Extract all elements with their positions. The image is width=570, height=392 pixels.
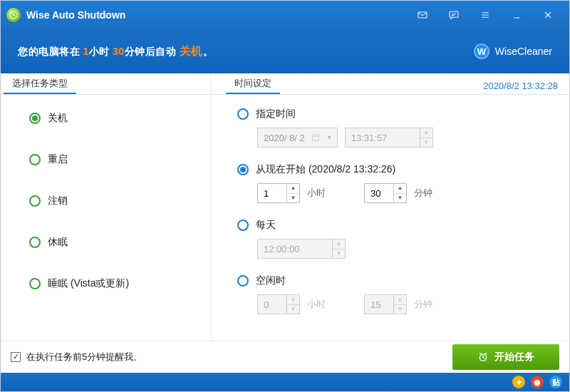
specified-time-input[interactable]: ▲▼	[345, 128, 433, 148]
svg-rect-1	[418, 12, 427, 18]
radio-icon	[237, 108, 249, 120]
spinner-up-icon[interactable]: ▲	[420, 128, 432, 138]
radio-icon	[29, 195, 41, 207]
current-time-display: 2020/8/2 13:32:28	[483, 81, 558, 94]
time-settings-panel: 指定时间 2020/ 8/ 2 ▼ ▲▼ 从	[212, 95, 569, 340]
summary-mins-unit: 分钟后自动	[125, 46, 177, 57]
daily-time-value[interactable]	[258, 239, 332, 258]
spinner-up-icon[interactable]: ▲	[287, 295, 299, 305]
svg-rect-2	[450, 11, 458, 17]
specified-time-value[interactable]	[346, 128, 420, 147]
idle-controls: ▲▼ 小时 ▲▼ 分钟	[237, 294, 552, 314]
spinner-up-icon[interactable]: ▲	[394, 184, 406, 194]
start-button-label: 开始任务	[494, 351, 534, 363]
statusbar-badge-weibo[interactable]: ◉	[531, 376, 544, 388]
timing-label: 指定时间	[256, 108, 296, 120]
radio-icon	[29, 113, 41, 124]
statusbar-badge-1[interactable]: ✦	[512, 376, 525, 388]
task-option-shutdown[interactable]: 关机	[29, 112, 200, 125]
section-headers: 选择任务类型 时间设定 2020/8/2 13:32:28	[1, 73, 569, 95]
app-title: Wise Auto Shutdown	[26, 9, 125, 21]
footer: ✓ 在执行任务前5分钟提醒我。 开始任务	[1, 340, 569, 373]
app-window: Wise Auto Shutdown 您的电脑将在 1小时 30分钟后自动 关机…	[0, 0, 570, 392]
task-label: 注销	[48, 195, 68, 207]
summary-text: 您的电脑将在 1小时 30分钟后自动 关机。	[18, 44, 213, 59]
section-title-time: 时间设定	[226, 73, 280, 94]
task-label: 重启	[48, 153, 68, 166]
daily-controls: ▲▼	[237, 239, 552, 259]
spinner-up-icon[interactable]: ▲	[287, 184, 299, 194]
svg-rect-3	[312, 135, 318, 141]
timing-group-daily: 每天 ▲▼	[237, 219, 552, 259]
brand-link[interactable]: W WiseCleaner	[474, 43, 552, 59]
timing-option-from-now[interactable]: 从现在开始 (2020/8/2 13:32:26)	[237, 163, 552, 176]
main-body: 关机 重启 注销 休眠 睡眠 (Vista或更新)	[1, 95, 569, 340]
task-label: 关机	[48, 112, 68, 125]
section-title-task: 选择任务类型	[4, 73, 76, 94]
statusbar-badge-tieba[interactable]: 贴	[549, 376, 562, 388]
task-option-logoff[interactable]: 注销	[29, 195, 200, 207]
summary-prefix: 您的电脑将在	[18, 46, 80, 57]
mins-unit-label: 分钟	[414, 187, 432, 200]
minimize-icon[interactable]	[501, 1, 532, 29]
spinner-down-icon[interactable]: ▼	[287, 305, 299, 314]
from-now-hours-input[interactable]: ▲▼	[257, 183, 300, 203]
task-label: 休眠	[48, 236, 68, 249]
spinner-down-icon[interactable]: ▼	[287, 194, 299, 203]
idle-mins-input[interactable]: ▲▼	[364, 294, 407, 314]
specified-controls: 2020/ 8/ 2 ▼ ▲▼	[237, 128, 552, 148]
timing-group-specified: 指定时间 2020/ 8/ 2 ▼ ▲▼	[237, 108, 552, 148]
spinner-up-icon[interactable]: ▲	[394, 295, 406, 305]
radio-icon	[29, 278, 41, 289]
timing-label: 从现在开始 (2020/8/2 13:32:26)	[256, 163, 395, 176]
task-label: 睡眠 (Vista或更新)	[48, 277, 129, 290]
summary-action: 关机	[180, 45, 203, 57]
radio-icon	[237, 220, 249, 231]
titlebar: Wise Auto Shutdown	[1, 1, 569, 29]
specified-date-picker[interactable]: 2020/ 8/ 2 ▼	[257, 128, 338, 148]
calendar-icon	[311, 133, 321, 143]
app-icon	[6, 8, 21, 22]
timing-label: 每天	[256, 219, 276, 232]
radio-icon	[29, 237, 41, 248]
idle-hours-value[interactable]	[258, 295, 286, 314]
status-bar: ✦ ◉ 贴	[1, 373, 569, 391]
from-now-mins-value[interactable]	[365, 184, 393, 202]
timing-option-daily[interactable]: 每天	[237, 219, 552, 232]
feedback-icon[interactable]	[438, 1, 470, 29]
radio-icon	[237, 164, 249, 175]
from-now-hours-value[interactable]	[258, 184, 286, 202]
task-option-restart[interactable]: 重启	[29, 153, 200, 166]
task-option-hibernate[interactable]: 休眠	[29, 236, 200, 249]
task-option-sleep[interactable]: 睡眠 (Vista或更新)	[29, 277, 200, 290]
brand-logo-icon: W	[474, 43, 489, 59]
summary-mins: 30	[113, 46, 125, 57]
hours-unit-label: 小时	[307, 187, 326, 200]
radio-icon	[237, 275, 249, 287]
close-icon[interactable]	[532, 1, 564, 29]
mail-icon[interactable]	[407, 1, 438, 29]
menu-icon[interactable]	[470, 1, 501, 29]
timing-label: 空闲时	[256, 274, 286, 287]
summary-suffix: 。	[203, 46, 214, 57]
reminder-checkbox[interactable]: ✓	[11, 352, 21, 362]
summary-banner: 您的电脑将在 1小时 30分钟后自动 关机。 W WiseCleaner	[1, 29, 569, 73]
spinner-down-icon[interactable]: ▼	[394, 194, 406, 203]
specified-date-value: 2020/ 8/ 2	[264, 133, 305, 143]
spinner-down-icon[interactable]: ▼	[394, 305, 406, 314]
task-type-panel: 关机 重启 注销 休眠 睡眠 (Vista或更新)	[1, 95, 212, 340]
spinner-up-icon[interactable]: ▲	[333, 239, 345, 249]
hours-unit-label: 小时	[307, 298, 326, 311]
daily-time-input[interactable]: ▲▼	[257, 239, 346, 259]
start-task-button[interactable]: 开始任务	[452, 344, 559, 370]
spinner-down-icon[interactable]: ▼	[420, 138, 432, 148]
timing-option-specified[interactable]: 指定时间	[237, 108, 552, 120]
timing-option-idle[interactable]: 空闲时	[237, 274, 552, 287]
from-now-mins-input[interactable]: ▲▼	[364, 183, 407, 203]
idle-hours-input[interactable]: ▲▼	[257, 294, 300, 314]
reminder-label: 在执行任务前5分钟提醒我。	[26, 351, 142, 363]
from-now-controls: ▲▼ 小时 ▲▼ 分钟	[237, 183, 552, 203]
idle-mins-value[interactable]	[365, 295, 393, 314]
spinner-down-icon[interactable]: ▼	[333, 249, 345, 259]
summary-hours: 1	[83, 46, 88, 57]
